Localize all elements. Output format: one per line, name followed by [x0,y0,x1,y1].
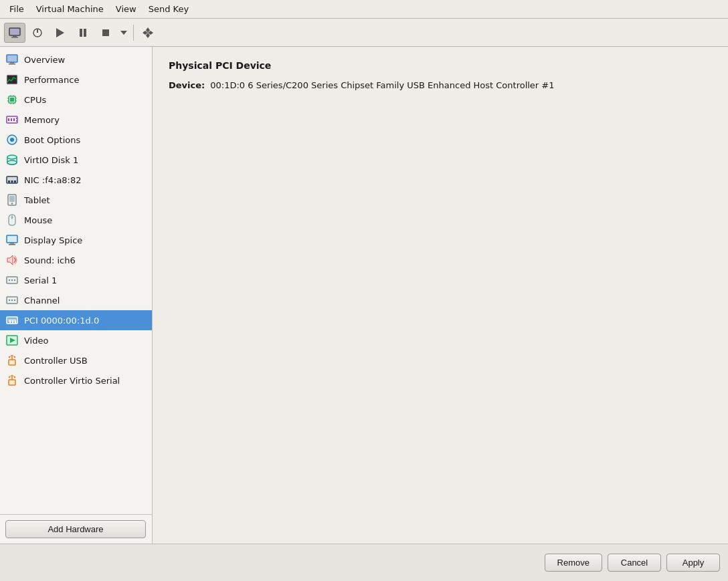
svg-marker-51 [7,255,13,265]
menu-virtual-machine[interactable]: Virtual Machine [31,3,109,15]
menubar: File Virtual Machine View Send Key [0,0,728,19]
svg-rect-31 [11,118,12,121]
sidebar-item-label-overview: Overview [24,55,65,65]
svg-point-57 [9,300,10,301]
menu-send-key[interactable]: Send Key [143,3,194,15]
sidebar-item-nic[interactable]: NIC :f4:a8:82 [0,170,152,190]
svg-point-58 [11,300,13,301]
sidebar-item-label-sound: Sound: ich6 [24,255,76,265]
sidebar-item-mouse[interactable]: Mouse [0,210,152,230]
svg-rect-67 [9,360,15,365]
pause-button[interactable] [72,23,94,43]
sidebar-list: Overview Performance [0,47,152,514]
svg-point-14 [147,31,149,34]
sidebar-item-overview[interactable]: Overview [0,49,152,70]
sidebar-item-performance[interactable]: Performance [0,70,152,90]
panel: Physical PCI Device Device: 00:1D:0 6 Se… [153,47,728,544]
svg-point-72 [14,356,15,358]
stop-button[interactable] [95,23,116,43]
add-hardware-button[interactable]: Add Hardware [5,520,146,538]
svg-rect-48 [7,235,17,243]
svg-rect-42 [14,181,16,183]
sidebar-item-label-virtio-disk: VirtIO Disk 1 [24,155,78,165]
svg-rect-1 [13,35,17,37]
svg-rect-40 [8,181,10,183]
sidebar-item-label-nic: NIC :f4:a8:82 [24,175,82,185]
svg-rect-6 [80,29,82,37]
sidebar-item-label-memory: Memory [24,115,60,125]
tablet-icon [5,193,19,207]
sidebar-item-tablet[interactable]: Tablet [0,190,152,210]
remove-button[interactable]: Remove [545,554,602,572]
svg-rect-20 [10,98,14,102]
cpus-icon [5,93,19,106]
svg-rect-50 [9,244,15,245]
svg-rect-63 [12,320,13,324]
svg-rect-15 [7,55,17,62]
svg-rect-0 [9,28,20,35]
sidebar-item-label-display-spice: Display Spice [24,235,82,245]
sidebar-item-label-pci: PCI 0000:00:1d.0 [24,316,99,326]
panel-device-label: Device: [169,80,205,90]
svg-rect-7 [84,29,86,37]
sidebar-item-channel[interactable]: Channel [0,290,152,310]
content-area: Overview Performance [0,47,728,544]
monitor-button[interactable] [4,23,25,43]
sidebar-item-label-serial: Serial 1 [24,275,57,285]
svg-rect-32 [13,118,15,121]
svg-rect-33 [16,118,17,119]
sidebar-item-sound-ich6[interactable]: Sound: ich6 [0,250,152,270]
sidebar-item-label-controller-usb: Controller USB [24,356,88,366]
sidebar-item-serial-1[interactable]: Serial 1 [0,270,152,290]
svg-rect-45 [9,196,15,202]
menu-view[interactable]: View [110,3,142,15]
svg-rect-49 [10,243,14,244]
controller-usb-icon [5,354,19,367]
sidebar-item-label-performance: Performance [24,75,79,85]
apply-button[interactable]: Apply [666,554,720,572]
sidebar-item-cpus[interactable]: CPUs [0,90,152,110]
sidebar-item-pci[interactable]: PCI 0000:00:1d.0 [0,310,152,330]
svg-point-77 [9,376,10,378]
sidebar-footer: Add Hardware [0,514,152,544]
svg-rect-8 [102,29,109,36]
boot-options-icon [5,133,19,146]
svg-rect-16 [10,62,14,64]
power-button[interactable] [27,23,48,43]
sidebar-item-memory[interactable]: Memory [0,110,152,130]
svg-point-59 [14,300,15,301]
move-button[interactable] [137,23,159,43]
cancel-button[interactable]: Cancel [608,554,661,572]
svg-rect-17 [9,64,15,65]
panel-title: Physical PCI Device [169,60,712,71]
display-spice-icon [5,233,19,247]
menu-file[interactable]: File [4,3,29,15]
sidebar-item-display-spice[interactable]: Display Spice [0,230,152,250]
svg-rect-41 [11,181,13,183]
toolbar [0,19,728,47]
sidebar-item-virtio-disk-1[interactable]: VirtIO Disk 1 [0,150,152,170]
dropdown-button[interactable] [118,23,130,43]
sidebar-item-controller-usb[interactable]: Controller USB [0,350,152,370]
mouse-icon [5,213,19,227]
svg-rect-30 [8,118,9,121]
sidebar-item-label-mouse: Mouse [24,215,52,225]
svg-marker-9 [120,31,127,35]
svg-rect-2 [11,37,18,38]
sidebar-item-controller-virtio-serial[interactable]: Controller Virtio Serial [0,370,152,390]
svg-point-36 [10,138,14,142]
panel-device-row: Device: 00:1D:0 6 Series/C200 Series Chi… [169,80,712,90]
sidebar-item-video[interactable]: Video [0,330,152,350]
overview-icon [5,53,19,66]
svg-point-78 [14,376,15,378]
play-button[interactable] [50,23,71,43]
memory-icon [5,113,19,126]
sidebar-item-label-tablet: Tablet [24,195,50,205]
sidebar-item-label-video: Video [24,336,48,346]
svg-rect-73 [9,380,15,385]
sidebar-item-boot-options[interactable]: Boot Options [0,130,152,150]
svg-marker-5 [56,28,64,37]
svg-point-37 [7,155,17,159]
toolbar-separator [133,25,134,41]
sidebar-item-label-cpus: CPUs [24,95,46,105]
